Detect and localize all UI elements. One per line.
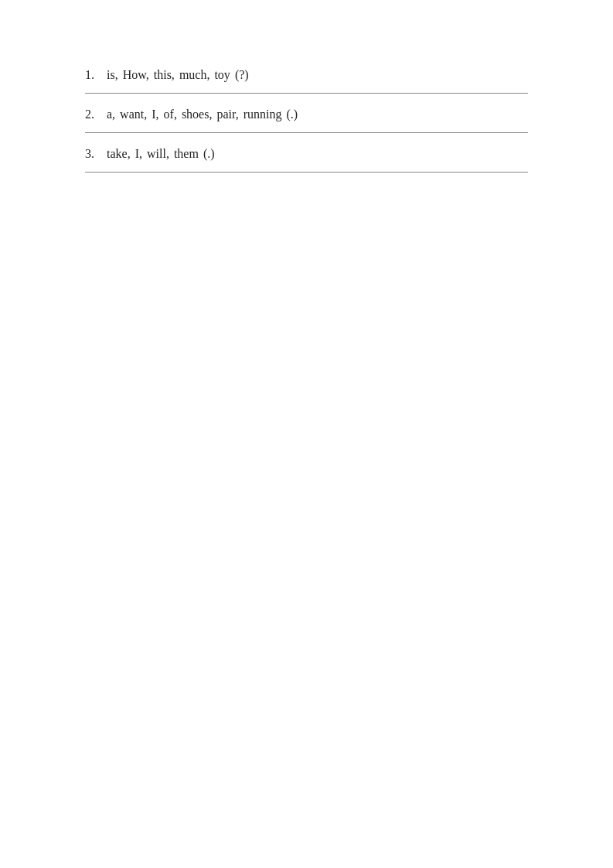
word-1-3: this,: [154, 68, 175, 82]
word-2-4: of,: [164, 108, 177, 121]
word-1-6: (?): [235, 68, 249, 82]
divider-3: [85, 172, 528, 173]
word-3-4: them: [174, 147, 199, 161]
item-number-3: 3.: [85, 147, 107, 161]
item-row-3: 3.take,I,will,them(.): [85, 133, 528, 172]
item-number-1: 1.: [85, 68, 107, 82]
word-1-2: How,: [123, 68, 149, 82]
word-3-2: I,: [135, 147, 142, 161]
exercise-item-3: 3.take,I,will,them(.): [85, 133, 528, 173]
word-1-4: much,: [179, 68, 210, 82]
item-words-3: take,I,will,them(.): [107, 147, 215, 161]
word-2-5: shoes,: [182, 108, 213, 121]
page: 1.is,How,this,much,toy(?)2.a,want,I,of,s…: [0, 0, 613, 868]
item-words-1: is,How,this,much,toy(?): [107, 68, 249, 82]
word-2-3: I,: [152, 108, 158, 121]
item-row-2: 2.a,want,I,of,shoes,pair,running(.): [85, 94, 528, 132]
word-3-5: (.): [203, 147, 215, 161]
word-2-6: pair,: [216, 108, 238, 121]
word-1-5: toy: [214, 68, 230, 82]
word-2-2: want,: [120, 108, 147, 121]
word-1-1: is,: [107, 68, 118, 82]
item-number-2: 2.: [85, 108, 107, 121]
exercise-item-2: 2.a,want,I,of,shoes,pair,running(.): [85, 94, 528, 133]
item-row-1: 1.is,How,this,much,toy(?): [85, 54, 528, 93]
word-3-3: will,: [147, 147, 169, 161]
item-words-2: a,want,I,of,shoes,pair,running(.): [107, 108, 298, 121]
exercise-list: 1.is,How,this,much,toy(?)2.a,want,I,of,s…: [85, 54, 528, 173]
exercise-item-1: 1.is,How,this,much,toy(?): [85, 54, 528, 94]
word-2-1: a,: [107, 108, 115, 121]
word-2-7: running: [243, 108, 282, 121]
word-2-8: (.): [286, 108, 298, 121]
word-3-1: take,: [107, 147, 131, 161]
